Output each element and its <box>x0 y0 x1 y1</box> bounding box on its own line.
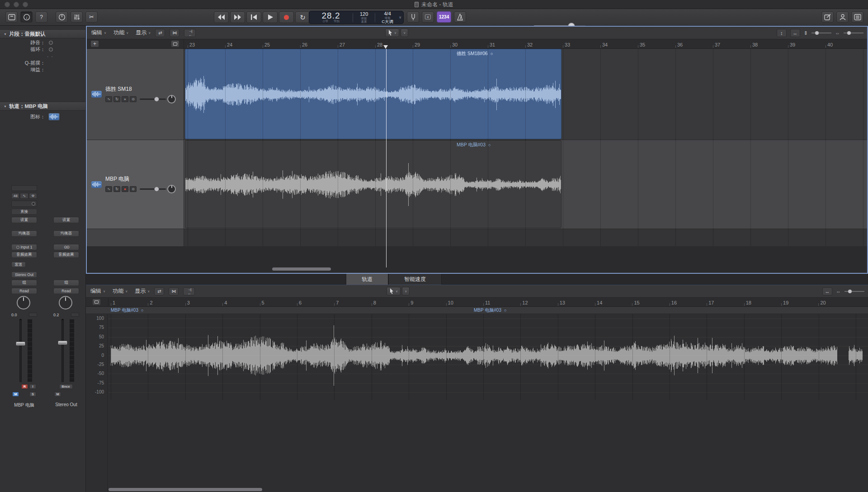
menu-button[interactable]: 功能∨ <box>113 287 127 295</box>
gain-knob[interactable] <box>32 202 35 206</box>
flex-icon[interactable]: ∿ <box>105 186 112 192</box>
disclosure-triangle-icon[interactable]: ▼ <box>4 105 7 108</box>
menu-button[interactable]: 编辑∨ <box>90 287 105 295</box>
stereo-format-button[interactable]: ⊙⊙ <box>53 244 79 250</box>
cycle-button[interactable]: ↻ <box>295 11 310 23</box>
audio-device-slot[interactable] <box>11 185 37 191</box>
lcd-display[interactable]: 28.2 小节 节拍 120 保留 速度 4/4 保留 C大调 ∨ <box>309 11 404 24</box>
tab-tracks[interactable]: 轨道 <box>346 274 388 285</box>
menu-button[interactable]: 功能∨ <box>113 29 128 37</box>
track-volume-slider[interactable] <box>140 96 166 102</box>
editor-display-settings-button[interactable] <box>92 299 101 305</box>
fader-cap[interactable] <box>16 342 25 346</box>
horizontal-zoom-slider[interactable] <box>844 31 863 35</box>
lcd-position[interactable]: 28.2 小节 节拍 <box>311 12 351 23</box>
editor-region-strip[interactable]: MBP 电脑#03○ MBP 电脑#03○ <box>86 307 868 314</box>
volume-fader[interactable] <box>56 319 77 382</box>
slope-icon[interactable]: ∿ <box>20 193 28 199</box>
setting-button[interactable]: 设置 <box>53 217 79 223</box>
editor-waveform-area[interactable]: 1007550250-25-50-75-100 <box>86 314 868 492</box>
follow-tempo-icon[interactable]: ○ <box>504 308 506 313</box>
checkbox[interactable] <box>49 47 53 52</box>
playhead[interactable] <box>386 49 387 267</box>
automation-mode-button[interactable]: Read <box>11 288 37 294</box>
pointer-tool-button[interactable]: ∨ <box>387 287 401 295</box>
track-name[interactable]: 德胜 SM18 <box>105 85 176 93</box>
secondary-tool-button[interactable]: ∨ <box>401 28 408 37</box>
tab-smart-tempo[interactable]: 智能速度 <box>388 274 442 285</box>
catch-playhead-button[interactable]: →|← <box>184 29 196 37</box>
track-pan-knob[interactable] <box>167 185 176 193</box>
vertical-auto-zoom-button[interactable]: ↕ <box>777 29 787 37</box>
audio-fx-slot-button[interactable]: 音频效果 <box>11 252 37 258</box>
pointer-tool-button[interactable]: ∨ <box>385 28 399 37</box>
track-lane-1[interactable]: 德胜 SM18#06○ <box>184 49 867 140</box>
input-monitor-button[interactable]: ⊙ <box>130 186 137 192</box>
bar-ruler[interactable]: + 232425262728293031323334353637383940 <box>87 39 867 49</box>
go-to-beginning-button[interactable] <box>246 11 261 23</box>
workspace-background[interactable] <box>87 246 867 272</box>
automation-mode-button[interactable]: Read <box>53 288 79 294</box>
tuner-button[interactable] <box>407 11 419 23</box>
slider-thumb[interactable] <box>847 31 851 35</box>
rewind-button[interactable] <box>214 11 229 23</box>
playhead-marker[interactable] <box>383 45 388 49</box>
phase-invert-button[interactable]: Φ <box>29 193 37 199</box>
slider-thumb[interactable] <box>154 187 159 192</box>
quick-help-button[interactable]: ? <box>35 11 47 23</box>
disclosure-triangle-icon[interactable]: ▼ <box>4 33 7 36</box>
record-enable-button[interactable]: R <box>21 384 28 389</box>
track-header-2[interactable]: MBP 电脑 ∿ ↻ ● ⊙ <box>87 140 184 229</box>
smart-controls-button[interactable] <box>56 11 68 23</box>
region-name[interactable]: MBP 电脑#03○ <box>474 307 506 314</box>
crossfade-mode-button[interactable]: ⋈ <box>170 29 179 37</box>
pan-knob[interactable] <box>59 296 72 309</box>
crossfade-mode-button[interactable]: ⋈ <box>169 287 179 295</box>
slider-thumb[interactable] <box>154 97 159 102</box>
track-header-1[interactable]: 德胜 SM18 ∿ ↻ ● ⊙ <box>87 49 184 140</box>
channel-strip-name[interactable]: MBP 电脑 <box>6 402 42 408</box>
direct-button[interactable]: 直接 <box>11 209 37 215</box>
lcd-key-signature[interactable]: 4/4 保留 C大调 <box>377 11 398 24</box>
metronome-button[interactable] <box>454 11 466 23</box>
empty-track-area[interactable] <box>87 229 867 246</box>
track-icon-button[interactable] <box>48 112 60 121</box>
notes-button[interactable] <box>821 11 834 23</box>
secondary-tool-button[interactable]: ∨ <box>402 287 410 295</box>
loop-icon[interactable]: ↻ <box>113 186 120 192</box>
horizontal-scrollbar[interactable] <box>108 488 262 491</box>
no-input-button[interactable]: × <box>422 11 434 23</box>
track-display-settings-button[interactable] <box>171 40 179 47</box>
flex-icon[interactable]: ∿ <box>105 96 112 102</box>
catch-playhead-button[interactable]: →|← <box>183 287 195 295</box>
menu-button[interactable]: 编辑∨ <box>91 29 106 37</box>
eq-button[interactable]: 均衡器 <box>53 230 79 237</box>
mute-button[interactable]: M <box>12 392 19 397</box>
mute-button[interactable]: M <box>54 392 61 397</box>
horizontal-zoom-slider[interactable] <box>844 289 864 294</box>
drag-mode-button[interactable]: ⇄ <box>154 287 164 295</box>
group-slot-button[interactable]: 组 <box>11 280 37 286</box>
audio-fx-slot-button[interactable]: 音频效果 <box>53 252 79 258</box>
track-lane-2[interactable]: MBP 电脑#03○ <box>184 140 867 229</box>
loop-icon[interactable]: ↻ <box>113 96 120 102</box>
sends-button[interactable]: 发送 <box>11 262 26 267</box>
horizontal-auto-zoom-button[interactable]: ↔ <box>822 287 832 295</box>
library-button[interactable] <box>5 11 18 23</box>
inspector-button[interactable]: i <box>20 11 33 23</box>
input-slot-button[interactable]: Input 1 <box>11 244 37 250</box>
region-name[interactable]: MBP 电脑#03○ <box>111 307 143 314</box>
drag-mode-button[interactable]: ⇄ <box>155 29 165 37</box>
group-slot-button[interactable]: 组 <box>53 280 79 286</box>
output-slot-button[interactable]: Stereo Out <box>11 272 37 278</box>
phantom-power-button[interactable]: 48 <box>11 193 19 199</box>
follow-tempo-icon[interactable]: ○ <box>491 52 493 56</box>
ruler-numbers[interactable]: 1234567891011121314151617181920 <box>108 298 868 307</box>
horizontal-scrollbar[interactable] <box>272 267 331 271</box>
audio-region[interactable]: MBP 电脑#03○ <box>185 140 561 228</box>
chevron-down-icon[interactable]: ∨ <box>399 15 401 19</box>
count-in-button[interactable]: 1234 <box>437 11 451 23</box>
vertical-zoom-slider[interactable] <box>811 31 831 35</box>
forward-button[interactable] <box>230 11 245 23</box>
editor-bar-ruler[interactable]: 1234567891011121314151617181920 <box>86 298 868 307</box>
